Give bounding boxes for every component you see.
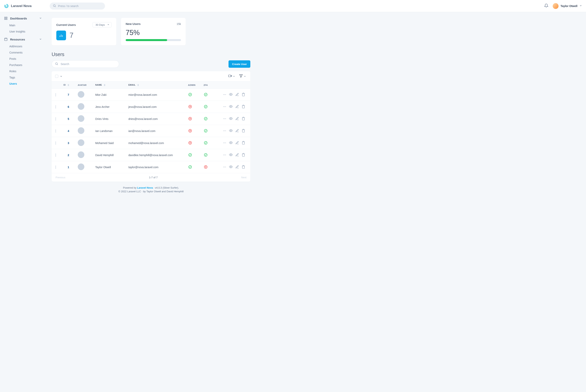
sidebar-item-tags[interactable]: Tags — [0, 74, 46, 80]
column-id[interactable]: ID — [60, 81, 76, 89]
row-edit-button[interactable] — [234, 152, 240, 158]
svg-point-45 — [223, 166, 224, 167]
row-view-button[interactable] — [228, 116, 234, 122]
card-current-users: Current Users 30 Days 7 — [52, 18, 116, 45]
global-search-input[interactable] — [58, 4, 102, 8]
row-checkbox[interactable] — [56, 129, 56, 133]
select-all-checkbox[interactable] — [55, 75, 58, 78]
video-action-dropdown[interactable] — [228, 74, 235, 78]
row-id-link[interactable]: 4 — [68, 130, 69, 132]
range-value: 30 Days — [96, 23, 105, 26]
row-id-link[interactable]: 6 — [68, 105, 69, 108]
row-checkbox[interactable] — [56, 166, 56, 169]
row-delete-button[interactable] — [241, 152, 246, 158]
row-delete-button[interactable] — [241, 128, 246, 134]
row-id-link[interactable]: 3 — [68, 142, 69, 144]
row-id-link[interactable]: 5 — [68, 117, 69, 120]
row-id-link[interactable]: 7 — [68, 93, 69, 96]
svg-point-23 — [225, 118, 226, 119]
check-circle-icon — [188, 153, 192, 157]
row-delete-button[interactable] — [241, 164, 246, 170]
row-more-button[interactable] — [222, 164, 227, 170]
resource-search-input[interactable] — [61, 62, 116, 66]
row-edit-button[interactable] — [234, 104, 240, 110]
row-delete-button[interactable] — [241, 116, 246, 122]
row-view-button[interactable] — [228, 128, 234, 134]
progress-fill — [126, 39, 167, 41]
column-name[interactable]: NAME — [93, 81, 126, 89]
logo-text: Laravel Nova — [11, 4, 32, 8]
pagination-info: 1-7 of 7 — [149, 176, 158, 179]
svg-point-46 — [224, 166, 225, 167]
eye-icon — [229, 153, 233, 157]
row-view-button[interactable] — [228, 140, 234, 146]
create-user-button[interactable]: Create User — [228, 60, 250, 68]
sidebar-item-users[interactable]: Users — [0, 80, 46, 87]
row-more-button[interactable] — [222, 104, 227, 110]
global-search[interactable] — [50, 2, 105, 10]
pagination-next[interactable]: Next — [241, 176, 246, 179]
sidebar-item-purchases[interactable]: Purchases — [0, 62, 46, 68]
row-view-button[interactable] — [228, 92, 234, 97]
user-avatar — [553, 3, 558, 9]
range-dropdown[interactable]: 30 Days — [93, 22, 112, 28]
pagination-previous[interactable]: Previous — [56, 176, 66, 179]
check-circle-icon — [204, 104, 208, 109]
trash-icon — [241, 153, 245, 157]
check-circle-icon — [204, 141, 208, 145]
sidebar-section-dashboards[interactable]: Dashboards — [0, 14, 46, 22]
row-checkbox[interactable] — [56, 141, 56, 145]
filter-dropdown[interactable] — [239, 74, 246, 78]
row-id-link[interactable]: 2 — [68, 154, 69, 157]
row-delete-button[interactable] — [241, 140, 246, 146]
sidebar-item-posts[interactable]: Posts — [0, 56, 46, 62]
row-checkbox[interactable] — [56, 105, 56, 108]
row-delete-button[interactable] — [241, 104, 246, 110]
row-more-button[interactable] — [222, 92, 227, 98]
row-edit-button[interactable] — [234, 116, 240, 122]
avatar — [78, 115, 84, 122]
row-checkbox[interactable] — [56, 93, 56, 96]
svg-point-41 — [225, 154, 226, 155]
row-id-link[interactable]: 1 — [68, 166, 69, 169]
row-edit-button[interactable] — [234, 164, 240, 170]
edit-icon — [235, 153, 239, 157]
column-avatar: AVATAR — [76, 81, 93, 89]
sidebar-item-roles[interactable]: Roles — [0, 68, 46, 74]
row-checkbox[interactable] — [56, 153, 56, 157]
row-more-button[interactable] — [222, 140, 227, 146]
row-more-button[interactable] — [222, 116, 227, 122]
svg-point-30 — [230, 130, 231, 131]
row-email: jess@nova.laravel.com — [126, 101, 186, 113]
trash-icon — [241, 105, 245, 109]
row-more-button[interactable] — [222, 152, 227, 158]
resource-search[interactable] — [52, 60, 119, 68]
row-checkbox[interactable] — [56, 117, 56, 121]
avatar — [78, 164, 84, 170]
logo[interactable]: Laravel Nova — [4, 4, 50, 8]
dots-icon — [223, 153, 226, 157]
notifications-button[interactable] — [544, 4, 548, 8]
svg-point-40 — [224, 154, 225, 155]
row-view-button[interactable] — [228, 152, 234, 158]
row-name: Taylor Otwell — [93, 161, 126, 173]
edit-icon — [235, 129, 239, 133]
select-all-dropdown[interactable] — [60, 75, 63, 78]
row-edit-button[interactable] — [234, 92, 240, 98]
edit-icon — [235, 93, 239, 97]
user-menu[interactable]: Taylor Otwell — [553, 3, 582, 9]
row-view-button[interactable] — [228, 164, 234, 170]
sidebar-section-resources[interactable]: Resources — [0, 36, 46, 43]
row-edit-button[interactable] — [234, 128, 240, 134]
row-view-button[interactable] — [228, 104, 234, 110]
avatar — [78, 91, 84, 98]
footer-product-link[interactable]: Laravel Nova — [137, 186, 153, 189]
sidebar-item-main[interactable]: Main — [0, 22, 46, 28]
sidebar-item-addresses[interactable]: Addresses — [0, 43, 46, 50]
sidebar-item-user-insights[interactable]: User Insights — [0, 28, 46, 35]
row-delete-button[interactable] — [241, 92, 246, 98]
column-email[interactable]: EMAIL — [126, 81, 186, 89]
row-more-button[interactable] — [222, 128, 227, 134]
row-edit-button[interactable] — [234, 140, 240, 146]
sidebar-item-comments[interactable]: Comments — [0, 50, 46, 56]
